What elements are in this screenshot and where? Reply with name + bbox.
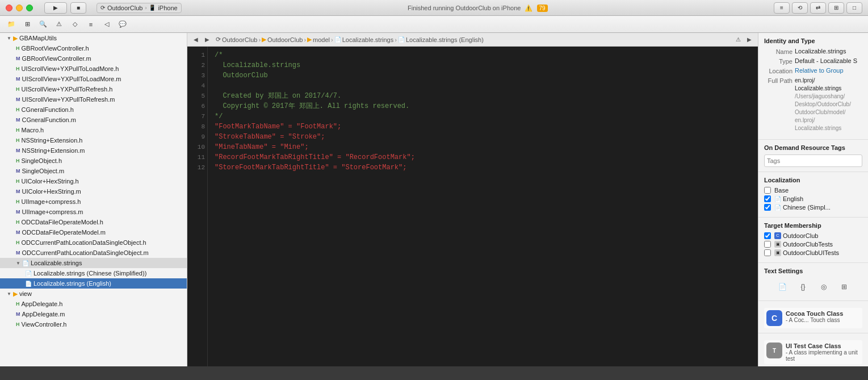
cocoa-class-desc: - A Coc... Touch class	[786, 317, 843, 323]
sidebar-item-localizable-folder[interactable]: 📄 Localizable.strings	[0, 258, 187, 268]
maximize-button[interactable]	[26, 5, 33, 11]
breadcrumb-right-btn[interactable]: ▶	[744, 35, 754, 45]
sidebar-item-odcdatafile-m[interactable]: M ODCDataFileOperateModel.m	[0, 227, 187, 237]
fullpath-value: en.lproj/Localizable.strings /Users/jiag…	[795, 77, 851, 132]
name-value: Localizable.strings	[795, 48, 846, 55]
cocoa-class-title: Cocoa Touch Class	[786, 310, 843, 317]
breadcrumb-folder-2[interactable]: model	[313, 36, 330, 43]
text-settings-toolbar: 📄 {} ◎ ⊞	[764, 278, 862, 296]
location-value[interactable]: Relative to Group	[795, 67, 844, 74]
warning-btn[interactable]: ⚠	[52, 18, 66, 31]
sidebar-item-uiscrollview-refresh-m[interactable]: M UIScrollView+YXPullToRefresh.m	[0, 94, 187, 105]
code-line-4	[215, 81, 751, 91]
secondary-toolbar: 📁 ⊞ 🔍 ⚠ ◇ ≡ ◁ 💬	[0, 16, 868, 33]
window-controls: ▶ ■ ⟳ OutdoorClub › 📱 iPhone	[6, 2, 182, 14]
layout-btn-4[interactable]: ⊞	[828, 2, 844, 14]
breadcrumb-forward[interactable]: ▶	[202, 35, 212, 45]
sidebar-item-appdelegate-m[interactable]: M AppDelegate.m	[0, 309, 187, 319]
minimize-button[interactable]	[16, 5, 23, 11]
locale-chinese-checkbox[interactable]	[764, 204, 771, 211]
sidebar-item-gbrootvc-m[interactable]: M GBRootViewController.m	[0, 53, 187, 64]
sidebar-item-localizable-english[interactable]: 📄 Localizable.strings (English)	[0, 278, 187, 289]
target-uitests-checkbox[interactable]	[764, 249, 771, 256]
sidebar-item-cgneralfunc-h[interactable]: H CGneralFunction.h	[0, 105, 187, 115]
comment-btn[interactable]: 💬	[116, 18, 129, 31]
chevron-icon	[7, 36, 11, 41]
folder-icon: ▶	[13, 290, 18, 298]
sidebar-item-appdelegate-h[interactable]: H AppDelegate.h	[0, 299, 187, 309]
sidebar-item-gbrootvc-h[interactable]: H GBRootViewController.h	[0, 43, 187, 53]
sidebar-item-uicolor-m[interactable]: M UIColor+HexString.m	[0, 186, 187, 197]
localization-section: Localization Base 📄 English 📄 Chinese (S…	[758, 172, 868, 218]
sidebar-item-odcdatafile-h[interactable]: H ODCDataFileOperateModel.h	[0, 217, 187, 227]
folder-btn[interactable]: 📁	[5, 18, 18, 31]
uitest-class-box: T UI Test Case Class - A class implement…	[764, 340, 862, 364]
layout-btn-5[interactable]: □	[846, 2, 862, 14]
sidebar-item-macro-h[interactable]: H Macro.h	[0, 125, 187, 135]
sidebar-item-gbamaputils[interactable]: ▶ GBAMapUtils	[0, 33, 187, 43]
code-editor[interactable]: 1 2 3 4 5 6 7 8 9 10 11 12 /* Localizabl…	[187, 47, 758, 366]
sidebar-item-nsstring-ext-m[interactable]: M NSString+Extension.m	[0, 145, 187, 156]
sidebar-item-uiimage-m[interactable]: M UIImage+compress.m	[0, 207, 187, 217]
close-button[interactable]	[6, 5, 12, 11]
sidebar-item-singleobj-m[interactable]: M SingleObject.m	[0, 166, 187, 176]
chevron-icon	[16, 261, 20, 266]
sidebar-item-cgneralfunc-m[interactable]: M CGneralFunction.m	[0, 115, 187, 125]
run-button[interactable]: ▶	[44, 2, 67, 14]
target-outdoorclub-checkbox[interactable]	[764, 232, 771, 239]
breadcrumb-back[interactable]: ◀	[191, 35, 201, 45]
strings-icon-2: 📄	[398, 36, 405, 43]
breadcrumb-strings-1[interactable]: Localizable.strings	[342, 36, 394, 43]
breadcrumb-strings-2[interactable]: Localizable.strings (English)	[406, 36, 484, 43]
file-navigator[interactable]: ▶ GBAMapUtils H GBRootViewController.h M…	[0, 33, 187, 366]
localization-title: Localization	[764, 177, 862, 183]
app-icon: ⟳	[100, 5, 105, 11]
play-icon: ▶	[53, 5, 58, 11]
sidebar-item-odccurrent-h[interactable]: H ODCCurrentPathLocationDataSingleObject…	[0, 237, 187, 248]
breadcrumb-project[interactable]: OutdoorClub	[222, 36, 257, 43]
sidebar-item-uicolor-h[interactable]: H UIColor+HexString.h	[0, 176, 187, 186]
sidebar-item-uiimage-h[interactable]: H UIImage+compress.h	[0, 197, 187, 207]
code-content[interactable]: /* Localizable.strings OutdoorClub Creat…	[208, 47, 758, 366]
layout-btn-3[interactable]: ⇄	[810, 2, 826, 14]
target-tests-checkbox[interactable]	[764, 241, 771, 248]
text-settings-section: Text Settings 📄 {} ◎ ⊞	[758, 263, 868, 301]
identity-type-section: Identity and Type Name Localizable.strin…	[758, 33, 868, 140]
sidebar-item-odccurrent-m[interactable]: M ODCCurrentPathLocationDataSingleObject…	[0, 248, 187, 258]
sidebar-item-nsstring-ext-h[interactable]: H NSString+Extension.h	[0, 135, 187, 145]
text-tool-grid[interactable]: ⊞	[838, 281, 850, 293]
tags-input[interactable]	[764, 154, 862, 167]
breadcrumb-sep-4: ›	[395, 36, 397, 43]
tag-btn[interactable]: ◁	[100, 18, 114, 31]
shape-btn[interactable]: ◇	[68, 18, 82, 31]
chevron-icon	[7, 291, 11, 297]
sidebar-item-uiscrollview-loadmore-h[interactable]: H UIScrollView+YXPullToLoadMore.h	[0, 64, 187, 74]
text-tool-braces[interactable]: {}	[798, 281, 809, 293]
text-tool-circle[interactable]: ◎	[818, 281, 829, 293]
code-line-7: */	[215, 111, 751, 122]
folder-icon-2: ▶	[307, 36, 312, 43]
sidebar-item-singleobj-h[interactable]: H SingleObject.h	[0, 156, 187, 166]
main-layout: ▶ GBAMapUtils H GBRootViewController.h M…	[0, 33, 868, 366]
code-line-8: "FootMarkTabName" = "FootMark";	[215, 122, 751, 132]
sidebar-item-view-folder[interactable]: ▶ view	[0, 289, 187, 299]
target-tests-label: ▣ OutdoorClubTests	[774, 241, 833, 248]
sidebar-item-viewcontroller-h[interactable]: H ViewController.h	[0, 319, 187, 329]
breadcrumb-sep-3: ›	[331, 36, 333, 43]
list-btn[interactable]: ≡	[84, 18, 98, 31]
breadcrumb-folder-1[interactable]: OutdoorClub	[267, 36, 303, 43]
layout-btn-2[interactable]: ⟲	[792, 2, 808, 14]
search-btn[interactable]: 🔍	[36, 18, 50, 31]
cocoa-class-section: C Cocoa Touch Class - A Coc... Touch cla…	[758, 301, 868, 333]
sidebar-item-localizable-chinese[interactable]: 📄 Localizable.strings (Chinese (Simplifi…	[0, 268, 187, 278]
layout-btn-1[interactable]: ≡	[774, 2, 790, 14]
sidebar-item-uiscrollview-loadmore-m[interactable]: M UIScrollView+YXPullToLoadMore.m	[0, 74, 187, 84]
breadcrumb-warn-icon[interactable]: ⚠	[733, 35, 743, 45]
grid-btn[interactable]: ⊞	[20, 18, 34, 31]
cocoa-icon: C	[766, 310, 782, 326]
text-tool-doc[interactable]: 📄	[777, 281, 789, 293]
sidebar-item-uiscrollview-refresh-h[interactable]: H UIScrollView+YXPullToRefresh.h	[0, 84, 187, 94]
stop-button[interactable]: ■	[70, 2, 86, 14]
locale-english-checkbox[interactable]	[764, 195, 771, 202]
locale-base-checkbox[interactable]	[764, 187, 771, 194]
